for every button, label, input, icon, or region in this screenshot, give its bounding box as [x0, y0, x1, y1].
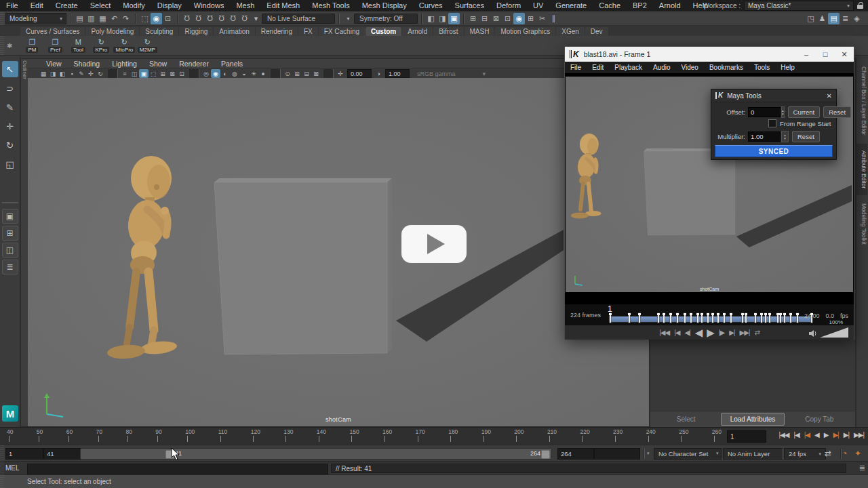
- multiplier-stepper[interactable]: ▴▾: [781, 131, 789, 142]
- panel-menu-item[interactable]: Panels: [215, 60, 249, 68]
- shelf-tab[interactable]: MASH: [465, 27, 495, 36]
- player-play-button[interactable]: ▶: [707, 327, 714, 339]
- shelf-tab[interactable]: Rigging: [179, 27, 213, 36]
- default-material-icon[interactable]: ◎: [201, 69, 211, 78]
- menu-item[interactable]: File: [0, 0, 24, 12]
- menu-item[interactable]: Create: [50, 0, 84, 12]
- animation-preferences-icon[interactable]: ✦: [854, 449, 861, 458]
- minimize-button[interactable]: –: [797, 50, 816, 58]
- timeline-marker[interactable]: [730, 313, 732, 323]
- menu-item[interactable]: Edit Mesh: [260, 0, 306, 12]
- timeline-marker[interactable]: [724, 313, 725, 323]
- time-slider[interactable]: 40 50 60 70 80 90 100 110: [0, 427, 868, 445]
- panel-menu-item[interactable]: Lighting: [106, 60, 143, 68]
- play-forwards-button[interactable]: ▶: [824, 431, 829, 439]
- maximize-button[interactable]: □: [816, 50, 835, 58]
- playback-start-field[interactable]: [43, 448, 81, 460]
- workspace-lock-icon[interactable]: [857, 2, 864, 9]
- shelf-item-kpro[interactable]: ↻ KPro: [90, 38, 113, 53]
- menu-item[interactable]: Mesh: [230, 0, 260, 12]
- open-scene-icon[interactable]: ▥: [85, 13, 97, 24]
- step-back-key-button[interactable]: |◀: [804, 431, 810, 439]
- menu-item[interactable]: Generate: [549, 0, 593, 12]
- shelf-grip[interactable]: [0, 36, 4, 55]
- exposure-field[interactable]: 0.00: [347, 69, 372, 78]
- player-go-to-start-button[interactable]: |◀◀: [659, 329, 669, 336]
- video-play-overlay-button[interactable]: [401, 225, 467, 263]
- synced-button[interactable]: SYNCED: [715, 145, 833, 157]
- pan-zoom-icon[interactable]: ✛: [86, 69, 96, 78]
- copy-tab-button[interactable]: Copy Tab: [789, 413, 850, 425]
- timeline-marker[interactable]: [712, 313, 713, 323]
- timeline-marker[interactable]: [697, 313, 698, 323]
- lasso-select-tool[interactable]: ⊃: [2, 80, 18, 96]
- timeline-marker[interactable]: [610, 313, 611, 323]
- anim-layer-dropdown[interactable]: No Anim Layer: [723, 448, 783, 460]
- mel-input[interactable]: [27, 464, 328, 474]
- snap-to-grid-icon[interactable]: ℧: [181, 13, 193, 24]
- render-sequence-icon[interactable]: ⊡: [502, 13, 513, 24]
- snap-to-view-plane-icon[interactable]: ℧: [227, 13, 239, 24]
- close-button[interactable]: ✕: [835, 50, 854, 59]
- grease-pencil-icon[interactable]: ≡: [120, 69, 130, 78]
- chevron-down-icon[interactable]: ▾: [647, 451, 650, 456]
- from-range-start-checkbox[interactable]: [768, 119, 776, 127]
- shelf-tab[interactable]: FX: [298, 27, 318, 36]
- ambient-occlusion-icon[interactable]: ⊡: [177, 69, 186, 78]
- command-line-grip[interactable]: [0, 462, 4, 475]
- four-pane-layout-button[interactable]: ⊞: [2, 226, 18, 241]
- menu-item[interactable]: Mesh Tools: [306, 0, 355, 12]
- gear-icon[interactable]: ✱: [7, 42, 12, 49]
- textured-mode-icon[interactable]: ⬚: [149, 69, 158, 78]
- construction-history-icon[interactable]: ▣: [448, 13, 460, 24]
- rotate-tool[interactable]: ↻: [2, 137, 18, 153]
- timeline-marker[interactable]: [663, 313, 665, 323]
- resolution-gate-icon[interactable]: ⊟: [302, 69, 311, 78]
- menu-item[interactable]: Edit: [24, 0, 50, 12]
- menu-item[interactable]: Surfaces: [449, 0, 490, 12]
- select-object-icon[interactable]: ◉: [151, 13, 162, 24]
- step-forward-frame-button[interactable]: ▶|: [844, 431, 849, 439]
- image-plane-icon[interactable]: ✎: [77, 69, 86, 78]
- undo-icon[interactable]: ↶: [108, 13, 120, 24]
- save-scene-icon[interactable]: ▦: [97, 13, 108, 24]
- snap-options-arrow-icon[interactable]: ▾: [250, 13, 262, 24]
- animation-start-field[interactable]: [5, 448, 43, 460]
- sidebar-vertical-tab[interactable]: Modeling Toolkit: [856, 197, 867, 251]
- player-menu-item[interactable]: File: [565, 64, 587, 71]
- snap-to-curve-icon[interactable]: ℧: [193, 13, 204, 24]
- current-frame-field[interactable]: [727, 430, 766, 443]
- show-manipulator-icon[interactable]: ◳: [805, 13, 816, 24]
- volume-slider[interactable]: [820, 327, 848, 338]
- select-button[interactable]: Select: [655, 413, 717, 425]
- timeline-marker[interactable]: [769, 313, 770, 323]
- play-backwards-button[interactable]: ◀: [814, 431, 819, 439]
- oscillate-icon[interactable]: ↻: [96, 69, 105, 78]
- menu-item[interactable]: Cache: [593, 0, 627, 12]
- player-menu-item[interactable]: Bookmarks: [704, 64, 749, 71]
- single-pane-layout-button[interactable]: ▣: [2, 209, 18, 224]
- volume-control[interactable]: 100%: [808, 327, 848, 338]
- menu-item[interactable]: Deform: [490, 0, 527, 12]
- camera-select-icon[interactable]: ◨: [48, 69, 58, 78]
- load-attributes-button[interactable]: Load Attributes: [721, 413, 784, 426]
- status-line-grip[interactable]: [0, 12, 4, 25]
- player-next-bookmark-button[interactable]: ▶|: [729, 329, 734, 336]
- timeline-marker[interactable]: [629, 313, 630, 323]
- player-prev-bookmark-button[interactable]: |◀: [674, 329, 679, 336]
- range-slider-grip[interactable]: [0, 445, 4, 462]
- range-end-handle[interactable]: [541, 450, 550, 459]
- panel-menu-item[interactable]: View: [40, 60, 68, 68]
- xray-icon[interactable]: ◐: [220, 69, 230, 78]
- help-line-grip[interactable]: [0, 475, 4, 488]
- menu-item[interactable]: Windows: [188, 0, 231, 12]
- backface-culling-icon[interactable]: ◍: [230, 69, 239, 78]
- player-menu-item[interactable]: Video: [676, 64, 704, 71]
- pause-icon[interactable]: ∥: [548, 13, 559, 24]
- redo-icon[interactable]: ↷: [120, 13, 132, 24]
- range-slider-track[interactable]: 41 264: [80, 448, 552, 460]
- timeline-marker[interactable]: [784, 313, 785, 323]
- menu-item[interactable]: Arnold: [653, 0, 687, 12]
- script-editor-icon[interactable]: ≣: [859, 464, 865, 472]
- wireframe-on-shaded-icon[interactable]: ◉: [211, 69, 220, 78]
